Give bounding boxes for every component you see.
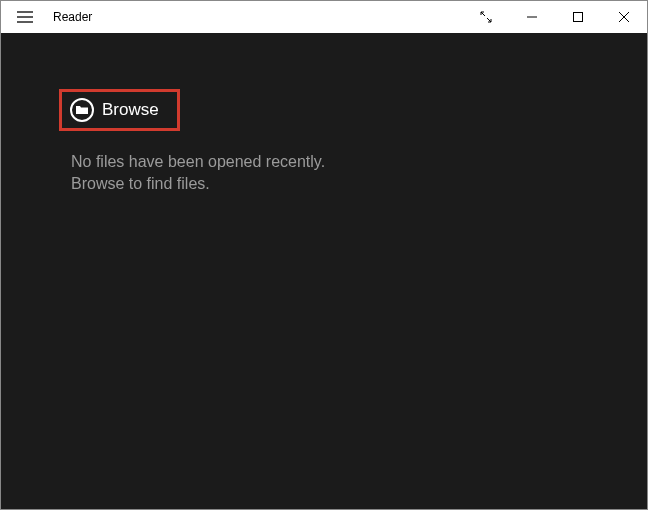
- browse-label: Browse: [102, 100, 159, 120]
- folder-icon: [76, 105, 88, 115]
- browse-icon-circle: [70, 98, 94, 122]
- close-button[interactable]: [601, 1, 647, 33]
- app-title: Reader: [53, 10, 92, 24]
- maximize-button[interactable]: [555, 1, 601, 33]
- minimize-button[interactable]: [509, 1, 555, 33]
- empty-line-1: No files have been opened recently.: [71, 151, 325, 173]
- hamburger-menu-button[interactable]: [1, 1, 49, 33]
- window-controls: [463, 1, 647, 33]
- fullscreen-button[interactable]: [463, 1, 509, 33]
- empty-state-text: No files have been opened recently. Brow…: [71, 151, 325, 194]
- titlebar-left: Reader: [1, 1, 92, 33]
- close-icon: [619, 12, 629, 22]
- content-area: Browse No files have been opened recentl…: [1, 33, 647, 509]
- maximize-icon: [573, 12, 583, 22]
- svg-rect-4: [574, 13, 583, 22]
- minimize-icon: [527, 12, 537, 22]
- hamburger-icon: [17, 11, 33, 23]
- browse-button[interactable]: Browse: [59, 89, 180, 131]
- fullscreen-icon: [480, 11, 492, 23]
- titlebar: Reader: [1, 1, 647, 33]
- empty-line-2: Browse to find files.: [71, 173, 325, 195]
